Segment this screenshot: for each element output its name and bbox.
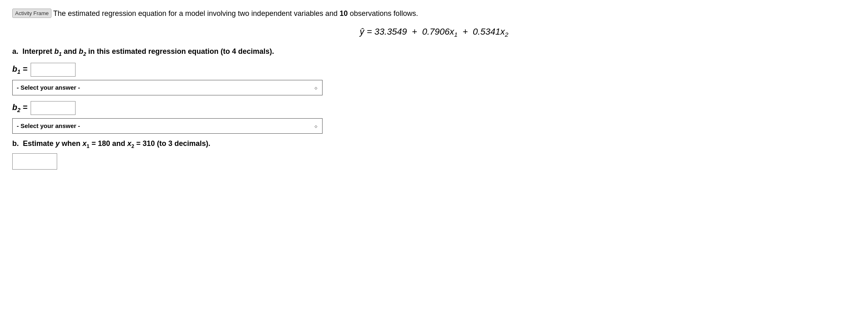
part-b-answer-input[interactable] xyxy=(12,153,57,170)
part-b-label: b. Estimate y when x1 = 180 and x2 = 310… xyxy=(12,139,856,149)
activity-frame-badge: Activity Frame xyxy=(12,9,51,18)
b1-label: b1 = xyxy=(12,64,27,75)
part-a-label: a. Interpret b1 and b2 in this estimated… xyxy=(12,47,856,57)
b2-row: b2 = xyxy=(12,101,856,115)
b2-select[interactable]: - Select your answer - If x₁ increases b… xyxy=(17,119,318,133)
intro-line: Activity FrameThe estimated regression e… xyxy=(12,8,856,19)
b1-select[interactable]: - Select your answer - If x₁ increases b… xyxy=(17,80,318,95)
intro-bold-num: 10 xyxy=(340,9,348,18)
equation-text: ŷ = 33.3549 + 0.7906x1 + 0.5341x2 xyxy=(360,26,508,37)
b1-select-container[interactable]: - Select your answer - If x₁ increases b… xyxy=(12,80,323,95)
part-a-letter: a. xyxy=(12,47,18,55)
part-b-letter: b. xyxy=(12,139,19,148)
b1-input[interactable] xyxy=(31,63,76,77)
equation-display: ŷ = 33.3549 + 0.7906x1 + 0.5341x2 xyxy=(12,26,856,38)
intro-text: The estimated regression equation for a … xyxy=(53,9,339,18)
b2-label: b2 = xyxy=(12,103,27,113)
b2-input[interactable] xyxy=(31,101,76,115)
intro-text2: observations follows. xyxy=(348,9,418,18)
part-a-text: Interpret b1 and b2 in this estimated re… xyxy=(20,47,274,55)
b2-select-container[interactable]: - Select your answer - If x₁ increases b… xyxy=(12,118,323,134)
b1-row: b1 = xyxy=(12,63,856,77)
part-b-text: Estimate y when x1 = 180 and x2 = 310 (t… xyxy=(21,139,210,148)
